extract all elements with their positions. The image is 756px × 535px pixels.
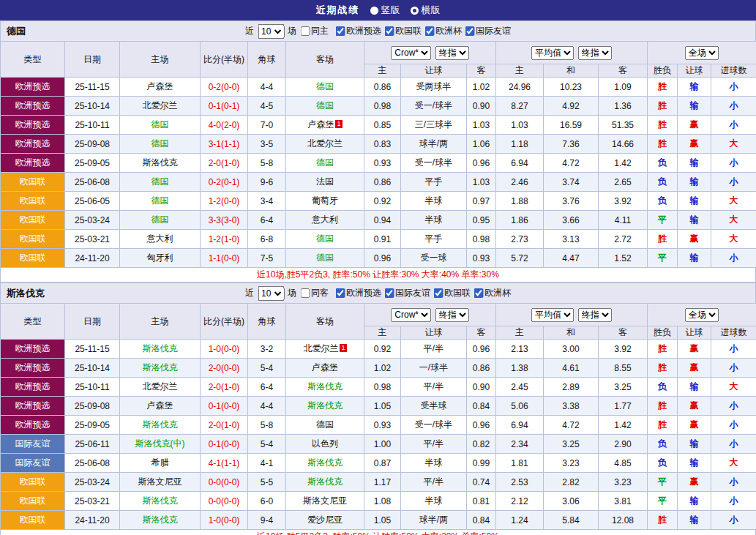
home-team-cell: 斯洛伐克 — [120, 340, 201, 359]
home-team-cell: 斯洛伐克 — [120, 511, 201, 530]
league-filter[interactable]: 欧国联 — [384, 25, 422, 37]
full-match-select[interactable]: 全场 — [685, 308, 719, 322]
bookmaker-select[interactable]: Crow* — [391, 308, 431, 322]
team-name-text: 卢森堡 — [147, 81, 173, 91]
final-index-select[interactable]: 终指 — [578, 46, 612, 60]
team-name-text: 德国 — [151, 119, 169, 130]
odds-home-cell: 0.87 — [364, 454, 401, 473]
col-header-odds-away: 客 — [467, 326, 496, 340]
average-odds-select[interactable]: 平均值 — [531, 308, 574, 322]
average-odds-select[interactable]: 平均值 — [531, 46, 574, 60]
same-venue-checkbox[interactable] — [300, 26, 310, 36]
goals-result-cell: 小 — [711, 97, 756, 116]
result-cell: 胜 — [648, 397, 678, 416]
same-venue-checkbox[interactable] — [300, 288, 310, 298]
full-match-select[interactable]: 全场 — [685, 46, 719, 60]
avg-home-odds-cell: 2.73 — [496, 230, 544, 249]
goals-result-cell: 小 — [711, 116, 756, 135]
away-team-cell: 斯洛伐克 — [286, 454, 364, 473]
away-team-cell: 卢森堡1 — [286, 116, 364, 135]
corner-cell: 6-8 — [248, 230, 286, 249]
league-filter-label: 欧洲预选 — [346, 287, 381, 299]
league-filter[interactable]: 国际友谊 — [384, 287, 430, 299]
score-cell: 3-1(1-1) — [201, 135, 248, 154]
score-cell: 0-1(0-1) — [201, 97, 248, 116]
radio-icon[interactable] — [370, 7, 378, 15]
handicap-cell: 球半/两 — [401, 135, 467, 154]
team-name-text: 北爱尔兰 — [307, 138, 343, 149]
odds-home-cell: 0.92 — [364, 340, 401, 359]
league-filter[interactable]: 欧洲预选 — [335, 287, 381, 299]
corner-cell: 9-6 — [248, 173, 286, 192]
match-date-cell: 25-10-11 — [65, 116, 120, 135]
recent-count-select[interactable]: 10 — [258, 24, 284, 39]
match-row: 欧洲预选25-11-15卢森堡0-2(0-0)4-4德国0.86受两球半1.02… — [1, 78, 756, 97]
final-index-select[interactable]: 终指 — [578, 308, 612, 322]
league-filter[interactable]: 欧洲杯 — [474, 287, 511, 299]
corner-cell: 5-5 — [248, 473, 286, 492]
odds-home-cell: 1.02 — [364, 359, 401, 378]
layout-option-horizontal[interactable]: 横版 — [411, 4, 441, 17]
bookmaker-select[interactable]: Crow* — [391, 46, 431, 60]
match-date-cell: 25-09-08 — [65, 135, 120, 154]
recent-count-select[interactable]: 10 — [258, 286, 284, 301]
radio-icon[interactable] — [411, 7, 419, 15]
league-filter-checkbox[interactable] — [335, 288, 345, 298]
avg-draw-odds-cell: 3.66 — [544, 211, 599, 230]
odds-away-cell: 0.81 — [467, 492, 496, 511]
avg-away-odds-cell: 1.36 — [599, 97, 648, 116]
team-name-text: 斯洛文尼亚 — [138, 476, 182, 487]
avg-draw-odds-cell: 2.89 — [544, 378, 599, 397]
team-name-text: 德国 — [151, 138, 169, 149]
score-cell: 0-1(0-0) — [201, 397, 248, 416]
odds-away-cell: 0.74 — [467, 473, 496, 492]
league-filter[interactable]: 欧洲预选 — [335, 25, 381, 37]
avg-home-odds-cell: 6.94 — [496, 154, 544, 173]
league-filter-checkbox[interactable] — [384, 288, 394, 298]
odds-away-cell: 1.03 — [467, 173, 496, 192]
league-filter-checkbox[interactable] — [465, 26, 474, 36]
result-cell: 胜 — [648, 359, 678, 378]
league-filter-checkbox[interactable] — [424, 26, 434, 36]
corner-cell: 9-4 — [248, 511, 286, 530]
league-filter-checkbox[interactable] — [433, 288, 443, 298]
layout-option-vertical[interactable]: 竖版 — [370, 4, 400, 17]
team-name-text: 希腊 — [151, 457, 169, 468]
handicap-result-cell: 输 — [678, 511, 711, 530]
final-index-select[interactable]: 终指 — [435, 46, 469, 60]
team-name-text: 斯洛伐克 — [307, 476, 343, 487]
league-filter-checkbox[interactable] — [335, 26, 345, 36]
league-filter[interactable]: 欧洲杯 — [424, 25, 462, 37]
handicap-result-cell: 赢 — [678, 473, 711, 492]
handicap-result-cell: 赢 — [678, 416, 711, 435]
same-venue-filter[interactable]: 同主 — [300, 25, 329, 37]
home-team-cell: 德国 — [120, 135, 201, 154]
away-team-cell: 斯洛伐克 — [286, 473, 364, 492]
col-header-result-goals: 进球数 — [711, 326, 756, 340]
team-name-text: 德国 — [316, 81, 334, 91]
team-name-text: 卢森堡 — [312, 362, 338, 373]
layout-option-label: 横版 — [422, 4, 441, 17]
match-type-badge: 欧洲预选 — [1, 116, 65, 135]
league-filter[interactable]: 欧国联 — [433, 287, 471, 299]
score-cell: 2-0(0-0) — [201, 359, 248, 378]
odds-away-cell: 0.98 — [467, 230, 496, 249]
league-filter-checkbox[interactable] — [474, 288, 483, 298]
avg-away-odds-cell: 51.35 — [599, 116, 648, 135]
avg-away-odds-cell: 4.11 — [599, 211, 648, 230]
score-cell: 1-0(0-0) — [201, 511, 248, 530]
home-team-cell: 北爱尔兰 — [120, 97, 201, 116]
match-type-badge: 欧国联 — [1, 173, 65, 192]
league-filter[interactable]: 国际友谊 — [465, 25, 511, 37]
same-venue-filter[interactable]: 同客 — [300, 287, 329, 299]
league-filter-checkbox[interactable] — [384, 26, 394, 36]
away-team-cell: 德国 — [286, 154, 364, 173]
col-header-avg-away: 客 — [599, 64, 648, 78]
handicap-result-cell: 输 — [678, 192, 711, 211]
avg-draw-odds-cell: 4.92 — [544, 97, 599, 116]
handicap-result-cell: 赢 — [678, 230, 711, 249]
red-card-badge: 1 — [340, 344, 346, 352]
final-index-select[interactable]: 终指 — [435, 308, 469, 322]
handicap-result-cell: 赢 — [678, 116, 711, 135]
away-team-cell: 德国 — [286, 97, 364, 116]
